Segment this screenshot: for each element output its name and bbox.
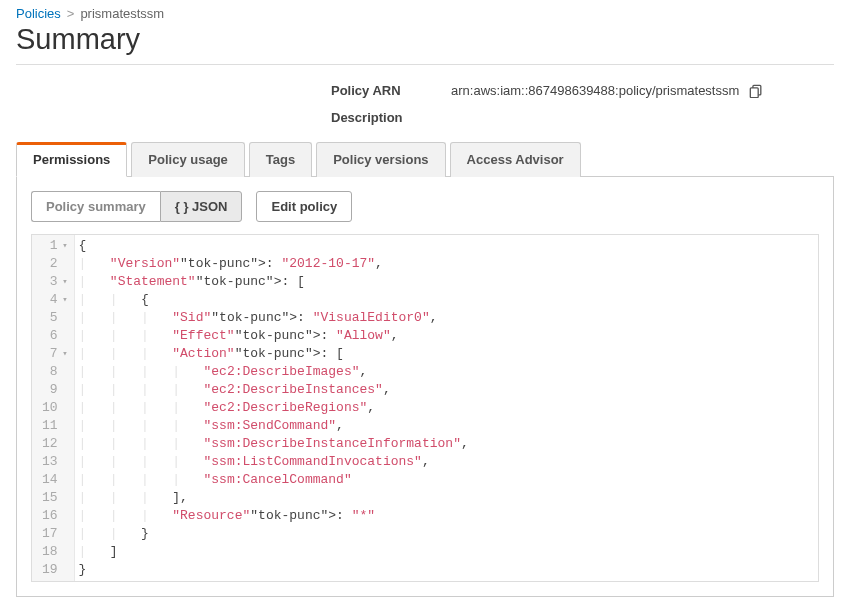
code-line: | | | "Action""tok-punc">: [ bbox=[79, 345, 818, 363]
tab-access-advisor[interactable]: Access Advisor bbox=[450, 142, 581, 177]
fold-icon[interactable]: ▾ bbox=[60, 237, 68, 255]
code-line: | "Version""tok-punc">: "2012-10-17", bbox=[79, 255, 818, 273]
line-number: 2 bbox=[50, 255, 58, 273]
code-line: | | | ], bbox=[79, 489, 818, 507]
line-number: 13 bbox=[42, 453, 58, 471]
code-line: | | | | "ssm:SendCommand", bbox=[79, 417, 818, 435]
code-line: | | | | "ec2:DescribeRegions", bbox=[79, 399, 818, 417]
code-line: | | | "Effect""tok-punc">: "Allow", bbox=[79, 327, 818, 345]
svg-rect-1 bbox=[751, 87, 759, 97]
code-line: | | | | "ec2:DescribeInstances", bbox=[79, 381, 818, 399]
view-toolbar: Policy summary { } JSON Edit policy bbox=[31, 191, 819, 222]
breadcrumb-current: prismatestssm bbox=[80, 6, 164, 21]
breadcrumb: Policies > prismatestssm bbox=[16, 6, 834, 21]
code-line: | ] bbox=[79, 543, 818, 561]
page-title: Summary bbox=[16, 23, 834, 56]
line-number: 14 bbox=[42, 471, 58, 489]
editor-gutter: 1▾ 2 3▾ 4▾ 5 6 7▾ 8 9 10 11 12 13 14 15 … bbox=[32, 235, 75, 581]
edit-policy-button[interactable]: Edit policy bbox=[256, 191, 352, 222]
code-line: | | { bbox=[79, 291, 818, 309]
line-number: 16 bbox=[42, 507, 58, 525]
line-number: 12 bbox=[42, 435, 58, 453]
code-line: | | | | "ssm:CancelCommand" bbox=[79, 471, 818, 489]
code-line: } bbox=[79, 561, 818, 579]
permissions-panel: Policy summary { } JSON Edit policy 1▾ 2… bbox=[16, 177, 834, 597]
line-number: 8 bbox=[50, 363, 58, 381]
copy-icon[interactable] bbox=[749, 84, 763, 98]
policy-arn-value: arn:aws:iam::867498639488:policy/prismat… bbox=[451, 83, 739, 98]
code-line: | | | | "ssm:DescribeInstanceInformation… bbox=[79, 435, 818, 453]
json-view-button[interactable]: { } JSON bbox=[160, 191, 243, 222]
line-number: 17 bbox=[42, 525, 58, 543]
code-line: | | } bbox=[79, 525, 818, 543]
code-line: | "Statement""tok-punc">: [ bbox=[79, 273, 818, 291]
fold-icon[interactable]: ▾ bbox=[60, 273, 68, 291]
tab-policy-versions[interactable]: Policy versions bbox=[316, 142, 445, 177]
tab-tags[interactable]: Tags bbox=[249, 142, 312, 177]
code-line: { bbox=[79, 237, 818, 255]
line-number: 7 bbox=[50, 345, 58, 363]
fold-icon[interactable]: ▾ bbox=[60, 291, 68, 309]
line-number: 11 bbox=[42, 417, 58, 435]
line-number: 10 bbox=[42, 399, 58, 417]
code-line: | | | | "ec2:DescribeImages", bbox=[79, 363, 818, 381]
tab-policy-usage[interactable]: Policy usage bbox=[131, 142, 244, 177]
code-line: | | | "Sid""tok-punc">: "VisualEditor0", bbox=[79, 309, 818, 327]
tab-bar: Permissions Policy usage Tags Policy ver… bbox=[16, 141, 834, 177]
policy-summary-button[interactable]: Policy summary bbox=[31, 191, 160, 222]
line-number: 5 bbox=[50, 309, 58, 327]
breadcrumb-root-link[interactable]: Policies bbox=[16, 6, 61, 21]
line-number: 4 bbox=[50, 291, 58, 309]
tab-permissions[interactable]: Permissions bbox=[16, 142, 127, 177]
line-number: 6 bbox=[50, 327, 58, 345]
view-toggle-group: Policy summary { } JSON bbox=[31, 191, 242, 222]
editor-code[interactable]: {| "Version""tok-punc">: "2012-10-17",| … bbox=[75, 235, 818, 581]
line-number: 1 bbox=[50, 237, 58, 255]
line-number: 9 bbox=[50, 381, 58, 399]
json-editor: 1▾ 2 3▾ 4▾ 5 6 7▾ 8 9 10 11 12 13 14 15 … bbox=[31, 234, 819, 582]
policy-arn-row: Policy ARN arn:aws:iam::867498639488:pol… bbox=[16, 83, 834, 98]
line-number: 19 bbox=[42, 561, 58, 579]
line-number: 3 bbox=[50, 273, 58, 291]
description-label: Description bbox=[331, 110, 451, 125]
description-row: Description bbox=[16, 110, 834, 125]
line-number: 15 bbox=[42, 489, 58, 507]
code-line: | | | | "ssm:ListCommandInvocations", bbox=[79, 453, 818, 471]
policy-arn-label: Policy ARN bbox=[331, 83, 451, 98]
breadcrumb-separator-icon: > bbox=[67, 6, 75, 21]
code-line: | | | "Resource""tok-punc">: "*" bbox=[79, 507, 818, 525]
fold-icon[interactable]: ▾ bbox=[60, 345, 68, 363]
divider bbox=[16, 64, 834, 65]
line-number: 18 bbox=[42, 543, 58, 561]
